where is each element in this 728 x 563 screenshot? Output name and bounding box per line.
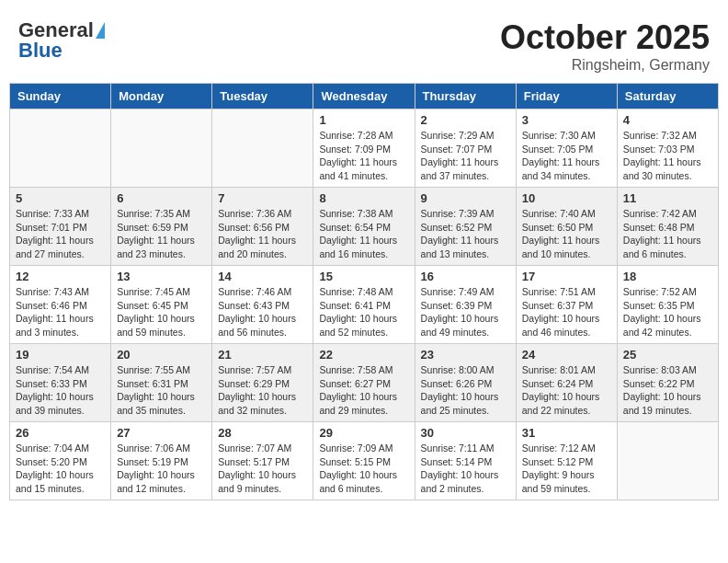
calendar-day: 22Sunrise: 7:58 AM Sunset: 6:27 PM Dayli… <box>313 344 415 422</box>
calendar-day: 14Sunrise: 7:46 AM Sunset: 6:43 PM Dayli… <box>212 266 313 344</box>
day-info: Sunrise: 7:33 AM Sunset: 7:01 PM Dayligh… <box>16 207 105 261</box>
calendar-day: 29Sunrise: 7:09 AM Sunset: 5:15 PM Dayli… <box>313 422 415 500</box>
calendar-week-row: 19Sunrise: 7:54 AM Sunset: 6:33 PM Dayli… <box>10 344 719 422</box>
calendar-day: 17Sunrise: 7:51 AM Sunset: 6:37 PM Dayli… <box>516 266 617 344</box>
calendar-day: 16Sunrise: 7:49 AM Sunset: 6:39 PM Dayli… <box>415 266 516 344</box>
day-number: 12 <box>16 270 105 283</box>
day-number: 5 <box>16 191 105 205</box>
day-number: 31 <box>522 426 611 440</box>
calendar-day: 8Sunrise: 7:38 AM Sunset: 6:54 PM Daylig… <box>313 188 415 266</box>
day-number: 4 <box>623 113 712 127</box>
day-number: 29 <box>319 426 408 440</box>
day-info: Sunrise: 7:57 AM Sunset: 6:29 PM Dayligh… <box>218 363 307 418</box>
day-number: 21 <box>218 348 307 362</box>
day-number: 17 <box>522 270 611 283</box>
calendar-header-row: SundayMondayTuesdayWednesdayThursdayFrid… <box>10 84 719 109</box>
day-number: 10 <box>522 191 611 205</box>
calendar-title: October 2025 <box>500 18 710 57</box>
calendar-day: 27Sunrise: 7:06 AM Sunset: 5:19 PM Dayli… <box>111 422 212 500</box>
day-info: Sunrise: 7:40 AM Sunset: 6:50 PM Dayligh… <box>522 207 611 261</box>
calendar-day <box>617 422 718 500</box>
calendar-day: 10Sunrise: 7:40 AM Sunset: 6:50 PM Dayli… <box>516 188 617 266</box>
calendar-day: 23Sunrise: 8:00 AM Sunset: 6:26 PM Dayli… <box>415 344 516 422</box>
day-info: Sunrise: 7:04 AM Sunset: 5:20 PM Dayligh… <box>16 442 105 496</box>
calendar-day: 11Sunrise: 7:42 AM Sunset: 6:48 PM Dayli… <box>617 188 718 266</box>
calendar-day: 24Sunrise: 8:01 AM Sunset: 6:24 PM Dayli… <box>516 344 617 422</box>
day-number: 18 <box>623 270 712 283</box>
day-number: 3 <box>522 113 611 127</box>
calendar-day <box>212 109 313 188</box>
calendar-day: 18Sunrise: 7:52 AM Sunset: 6:35 PM Dayli… <box>617 266 718 344</box>
day-info: Sunrise: 7:30 AM Sunset: 7:05 PM Dayligh… <box>522 129 611 183</box>
day-header-sunday: Sunday <box>10 84 111 109</box>
calendar-day: 30Sunrise: 7:11 AM Sunset: 5:14 PM Dayli… <box>415 422 516 500</box>
calendar-day: 1Sunrise: 7:28 AM Sunset: 7:09 PM Daylig… <box>313 109 415 188</box>
day-number: 7 <box>218 191 307 205</box>
calendar-day: 6Sunrise: 7:35 AM Sunset: 6:59 PM Daylig… <box>111 188 212 266</box>
day-info: Sunrise: 7:38 AM Sunset: 6:54 PM Dayligh… <box>319 207 408 261</box>
day-info: Sunrise: 7:28 AM Sunset: 7:09 PM Dayligh… <box>319 129 408 183</box>
day-number: 30 <box>421 426 510 440</box>
calendar-day: 20Sunrise: 7:55 AM Sunset: 6:31 PM Dayli… <box>111 344 212 422</box>
day-info: Sunrise: 8:00 AM Sunset: 6:26 PM Dayligh… <box>421 363 510 418</box>
day-number: 1 <box>319 113 408 127</box>
day-number: 22 <box>319 348 408 362</box>
calendar-day: 2Sunrise: 7:29 AM Sunset: 7:07 PM Daylig… <box>415 109 516 188</box>
day-info: Sunrise: 7:55 AM Sunset: 6:31 PM Dayligh… <box>117 363 206 418</box>
day-number: 27 <box>117 426 206 440</box>
day-number: 14 <box>218 270 307 283</box>
calendar-day <box>10 109 111 188</box>
calendar-week-row: 5Sunrise: 7:33 AM Sunset: 7:01 PM Daylig… <box>10 188 719 266</box>
day-info: Sunrise: 7:48 AM Sunset: 6:41 PM Dayligh… <box>319 285 408 339</box>
day-header-tuesday: Tuesday <box>212 84 313 109</box>
calendar-day: 7Sunrise: 7:36 AM Sunset: 6:56 PM Daylig… <box>212 188 313 266</box>
calendar-day: 3Sunrise: 7:30 AM Sunset: 7:05 PM Daylig… <box>516 109 617 188</box>
day-info: Sunrise: 7:29 AM Sunset: 7:07 PM Dayligh… <box>421 129 510 183</box>
day-info: Sunrise: 7:51 AM Sunset: 6:37 PM Dayligh… <box>522 285 611 339</box>
day-info: Sunrise: 7:07 AM Sunset: 5:17 PM Dayligh… <box>218 442 307 496</box>
calendar-week-row: 26Sunrise: 7:04 AM Sunset: 5:20 PM Dayli… <box>10 422 719 500</box>
day-header-saturday: Saturday <box>617 84 718 109</box>
day-info: Sunrise: 7:11 AM Sunset: 5:14 PM Dayligh… <box>421 442 510 496</box>
day-info: Sunrise: 7:35 AM Sunset: 6:59 PM Dayligh… <box>117 207 206 261</box>
day-info: Sunrise: 7:45 AM Sunset: 6:45 PM Dayligh… <box>117 285 206 339</box>
day-info: Sunrise: 7:54 AM Sunset: 6:33 PM Dayligh… <box>16 363 105 418</box>
day-number: 2 <box>421 113 510 127</box>
day-number: 26 <box>16 426 105 440</box>
title-block: October 2025 Ringsheim, Germany <box>500 18 710 74</box>
day-number: 8 <box>319 191 408 205</box>
calendar-week-row: 1Sunrise: 7:28 AM Sunset: 7:09 PM Daylig… <box>10 109 719 188</box>
calendar-subtitle: Ringsheim, Germany <box>500 57 710 74</box>
day-number: 19 <box>16 348 105 362</box>
day-info: Sunrise: 7:46 AM Sunset: 6:43 PM Dayligh… <box>218 285 307 339</box>
calendar-week-row: 12Sunrise: 7:43 AM Sunset: 6:46 PM Dayli… <box>10 266 719 344</box>
day-info: Sunrise: 7:36 AM Sunset: 6:56 PM Dayligh… <box>218 207 307 261</box>
day-header-monday: Monday <box>111 84 212 109</box>
calendar-day: 4Sunrise: 7:32 AM Sunset: 7:03 PM Daylig… <box>617 109 718 188</box>
day-info: Sunrise: 7:12 AM Sunset: 5:12 PM Dayligh… <box>522 442 611 496</box>
day-number: 28 <box>218 426 307 440</box>
day-number: 11 <box>623 191 712 205</box>
day-number: 9 <box>421 191 510 205</box>
day-number: 24 <box>522 348 611 362</box>
day-info: Sunrise: 7:39 AM Sunset: 6:52 PM Dayligh… <box>421 207 510 261</box>
day-info: Sunrise: 7:49 AM Sunset: 6:39 PM Dayligh… <box>421 285 510 339</box>
calendar-day: 19Sunrise: 7:54 AM Sunset: 6:33 PM Dayli… <box>10 344 111 422</box>
calendar-table: SundayMondayTuesdayWednesdayThursdayFrid… <box>9 83 719 500</box>
day-info: Sunrise: 7:52 AM Sunset: 6:35 PM Dayligh… <box>623 285 712 339</box>
day-number: 20 <box>117 348 206 362</box>
day-header-wednesday: Wednesday <box>313 84 415 109</box>
day-number: 6 <box>117 191 206 205</box>
logo-icon <box>96 22 105 39</box>
day-number: 25 <box>623 348 712 362</box>
day-number: 15 <box>319 270 408 283</box>
calendar-day: 25Sunrise: 8:03 AM Sunset: 6:22 PM Dayli… <box>617 344 718 422</box>
calendar-day: 13Sunrise: 7:45 AM Sunset: 6:45 PM Dayli… <box>111 266 212 344</box>
page-header: General Blue October 2025 Ringsheim, Ger… <box>9 9 719 78</box>
day-info: Sunrise: 8:01 AM Sunset: 6:24 PM Dayligh… <box>522 363 611 418</box>
day-info: Sunrise: 7:42 AM Sunset: 6:48 PM Dayligh… <box>623 207 712 261</box>
calendar-day: 28Sunrise: 7:07 AM Sunset: 5:17 PM Dayli… <box>212 422 313 500</box>
day-header-thursday: Thursday <box>415 84 516 109</box>
calendar-day <box>111 109 212 188</box>
day-info: Sunrise: 7:43 AM Sunset: 6:46 PM Dayligh… <box>16 285 105 339</box>
